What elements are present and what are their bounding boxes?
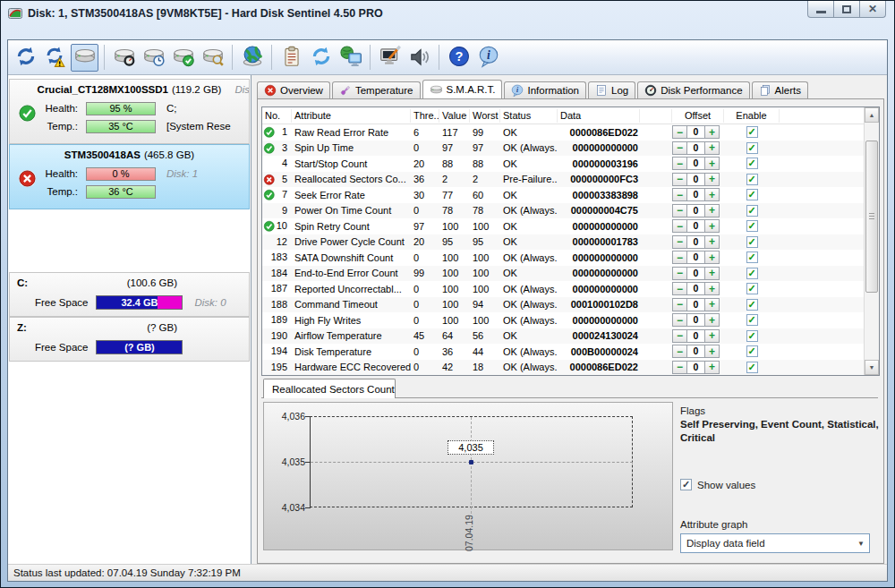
smart-attribute-row[interactable]: 10Spin Retry Count97100100OK000000000000… [262, 218, 864, 234]
close-button[interactable]: ✕ [859, 1, 886, 18]
offset-increment-button[interactable]: + [704, 298, 720, 311]
offset-increment-button[interactable]: + [704, 173, 720, 186]
smart-attribute-row[interactable]: 9Power On Time Count07878OK (Always...00… [262, 203, 864, 219]
column-header[interactable]: No. [262, 109, 292, 123]
partition-panel-z[interactable]: Z: (? GB) Free Space (? GB) [9, 317, 250, 362]
offset-increment-button[interactable]: + [704, 345, 720, 358]
scroll-track[interactable] [865, 123, 879, 360]
offset-decrement-button[interactable]: − [672, 267, 687, 280]
enable-checkbox[interactable]: ✓ [746, 268, 758, 279]
offset-increment-button[interactable]: + [704, 313, 720, 327]
smart-attribute-row[interactable]: 5Reallocated Sectors Co...3622Pre-Failur… [262, 172, 864, 188]
partition-panel-c[interactable]: C: (100.6 GB) Free Space 32.4 GB Disk: 0 [9, 272, 250, 317]
attribute-tab[interactable]: Reallocated Sectors Count [263, 379, 396, 398]
offset-increment-button[interactable]: + [704, 329, 720, 343]
offset-increment-button[interactable]: + [704, 157, 720, 170]
scroll-up-button[interactable]: ▲ [865, 107, 879, 123]
minimize-button[interactable] [807, 1, 834, 18]
disk-toolbar-button[interactable] [71, 44, 98, 72]
disk-panel-0[interactable]: Crucial_CT128MX100SSD1 (119.2 GB) Disk: … [9, 79, 250, 144]
column-header[interactable]: Value [439, 109, 470, 123]
enable-checkbox[interactable]: ✓ [746, 251, 758, 263]
test-monitor-toolbar-button[interactable] [376, 44, 404, 72]
offset-decrement-button[interactable]: − [672, 141, 687, 155]
smart-attribute-row[interactable]: 188Command Timeout010094OK (Always...000… [262, 297, 864, 313]
enable-checkbox[interactable]: ✓ [746, 189, 758, 200]
offset-decrement-button[interactable]: − [672, 251, 687, 264]
smart-attribute-row[interactable]: 12Drive Power Cycle Count209595OK0000000… [262, 234, 864, 251]
disk-panel-1[interactable]: STM3500418AS (465.8 GB) Health: 0 % D [9, 144, 250, 209]
show-values-checkbox[interactable]: ✓ [680, 479, 692, 490]
enable-checkbox[interactable]: ✓ [746, 236, 758, 248]
maximize-button[interactable] [833, 1, 860, 18]
offset-increment-button[interactable]: + [704, 251, 720, 264]
enable-checkbox[interactable]: ✓ [746, 158, 758, 169]
network-toolbar-button[interactable] [337, 44, 364, 72]
offset-increment-button[interactable]: + [704, 267, 720, 280]
smart-attribute-row[interactable]: 184End-to-End Error Count99100100OK00000… [262, 266, 864, 282]
enable-checkbox[interactable]: ✓ [746, 220, 758, 232]
offset-increment-button[interactable]: + [704, 188, 720, 201]
smart-attribute-row[interactable]: 1Raw Read Error Rate611799OK0000086ED022… [262, 124, 864, 141]
smart-attribute-row[interactable]: 7Seek Error Rate307760OK000003383898−0+✓ [262, 187, 864, 203]
attribute-graph-dropdown[interactable]: Display data field ▼ [680, 533, 870, 553]
enable-checkbox[interactable]: ✓ [746, 205, 758, 217]
help-toolbar-button[interactable]: ? [445, 44, 473, 72]
smart-attribute-row[interactable]: 3Spin Up Time09797OK (Always...000000000… [262, 141, 864, 157]
enable-checkbox[interactable]: ✓ [746, 126, 758, 138]
offset-decrement-button[interactable]: − [672, 204, 687, 217]
column-header[interactable]: Attribute [292, 109, 411, 123]
smart-attribute-row[interactable]: 187Reported Uncorrectabl...0100100OK (Al… [262, 281, 864, 297]
offset-increment-button[interactable]: + [704, 141, 720, 155]
enable-checkbox[interactable]: ✓ [746, 314, 758, 326]
disk-search-toolbar-button[interactable] [199, 44, 226, 72]
refresh-toolbar-button[interactable] [12, 44, 39, 72]
offset-decrement-button[interactable]: − [672, 125, 687, 139]
tab-temperature[interactable]: Temperature [332, 81, 421, 98]
enable-checkbox[interactable]: ✓ [746, 299, 758, 311]
offset-increment-button[interactable]: + [704, 235, 720, 249]
speaker-toolbar-button[interactable] [405, 44, 433, 72]
offset-increment-button[interactable]: + [704, 282, 720, 295]
column-header[interactable]: Thre... [411, 109, 439, 123]
offset-decrement-button[interactable]: − [672, 157, 687, 170]
smart-attribute-row[interactable]: 4Start/Stop Count208888OK000000003196−0+… [262, 156, 864, 172]
tab-log[interactable]: Log [588, 81, 635, 98]
offset-increment-button[interactable]: + [704, 219, 720, 233]
offset-decrement-button[interactable]: − [672, 282, 687, 295]
scroll-thumb[interactable] [865, 141, 878, 293]
offset-decrement-button[interactable]: − [672, 345, 687, 358]
enable-checkbox[interactable]: ✓ [746, 330, 758, 342]
column-header[interactable]: Status [500, 109, 558, 123]
column-header[interactable]: Data [558, 109, 640, 123]
column-header[interactable]: Worst [470, 109, 500, 123]
offset-decrement-button[interactable]: − [672, 298, 687, 311]
disk-clock-toolbar-button[interactable] [140, 44, 167, 72]
enable-checkbox[interactable]: ✓ [746, 345, 758, 357]
offset-increment-button[interactable]: + [704, 204, 720, 217]
enable-checkbox[interactable]: ✓ [746, 283, 758, 294]
offset-decrement-button[interactable]: − [672, 329, 687, 343]
enable-checkbox[interactable]: ✓ [746, 362, 758, 373]
smart-attribute-row[interactable]: 189High Fly Writes0100100OK (Always...00… [262, 312, 864, 328]
offset-increment-button[interactable]: + [704, 125, 720, 139]
report-toolbar-button[interactable] [277, 44, 305, 72]
offset-decrement-button[interactable]: − [672, 361, 687, 374]
column-header[interactable]: Enable [724, 109, 780, 123]
scroll-down-button[interactable]: ▼ [865, 360, 879, 375]
enable-checkbox[interactable]: ✓ [746, 142, 758, 154]
offset-decrement-button[interactable]: − [672, 173, 687, 186]
sync-toolbar-button[interactable] [307, 44, 335, 72]
smart-attribute-row[interactable]: 183SATA Downshift Count0100100OK (Always… [262, 250, 864, 266]
enable-checkbox[interactable]: ✓ [746, 174, 758, 185]
smart-attribute-row[interactable]: 190Airflow Temperature456456OK0000241300… [262, 328, 864, 345]
tab-information[interactable]: iInformation [504, 81, 586, 98]
smart-attribute-row[interactable]: 194Disk Temperature03644OK (Always...000… [262, 344, 864, 360]
offset-decrement-button[interactable]: − [672, 188, 687, 201]
smart-attribute-row[interactable]: 195Hardware ECC Recovered04218OK (Always… [262, 360, 864, 376]
info-toolbar-button[interactable]: i [474, 44, 502, 72]
offset-decrement-button[interactable]: − [672, 313, 687, 327]
disk-check-toolbar-button[interactable] [169, 44, 197, 72]
table-scrollbar[interactable]: ▲ ▼ [864, 107, 879, 375]
column-header[interactable] [640, 109, 672, 123]
